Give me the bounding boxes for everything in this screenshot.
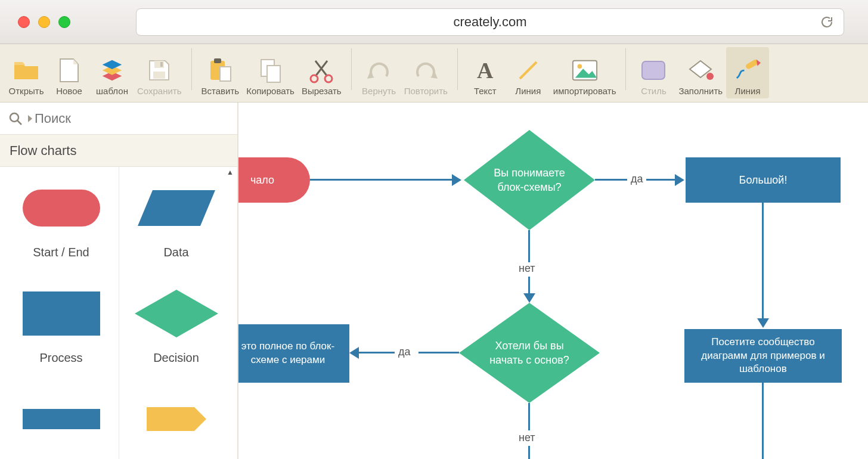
toolbar-separator xyxy=(191,48,192,90)
shape-extra-2[interactable] xyxy=(119,387,234,451)
edge xyxy=(595,179,627,181)
node-text: Большой! xyxy=(739,173,788,187)
shape-sidebar: Flow charts ▲ Start / End Data Process D… xyxy=(0,103,238,459)
node-text: чало xyxy=(250,173,274,187)
template-button[interactable]: шаблон xyxy=(91,47,134,98)
edge xyxy=(528,403,530,430)
toolbar-separator xyxy=(625,48,626,90)
svg-rect-5 xyxy=(153,72,165,79)
text-icon: A xyxy=(472,57,498,83)
redo-label: Повторить xyxy=(404,86,448,96)
arrow-icon xyxy=(523,293,535,303)
edge xyxy=(528,230,530,262)
shape-process[interactable]: Process xyxy=(4,282,119,370)
copy-button[interactable]: Копировать xyxy=(243,47,298,98)
copy-icon xyxy=(258,57,284,83)
arrow-icon xyxy=(349,347,359,359)
paste-label: Вставить xyxy=(202,86,240,96)
shape-label: Start / End xyxy=(33,246,89,259)
close-window-button[interactable] xyxy=(18,16,30,28)
line-button[interactable]: Линия xyxy=(507,47,550,98)
cut-label: Вырезать xyxy=(302,86,342,96)
shape-data[interactable]: Data xyxy=(119,176,234,264)
node-decision-2[interactable]: Хотели бы вы начать с основ? xyxy=(459,303,600,403)
node-guide[interactable]: это полное по блок-схеме с иерами xyxy=(238,324,349,383)
new-button[interactable]: Новое xyxy=(48,47,91,98)
cut-button[interactable]: Вырезать xyxy=(298,47,345,98)
reload-icon[interactable] xyxy=(820,15,834,29)
node-start[interactable]: чало xyxy=(238,157,310,203)
svg-marker-23 xyxy=(757,60,761,66)
svg-point-12 xyxy=(325,75,332,82)
save-label: Сохранить xyxy=(137,86,182,96)
import-button[interactable]: импортировать xyxy=(550,47,620,98)
save-button[interactable]: Сохранить xyxy=(134,47,185,98)
edge xyxy=(528,446,530,459)
style-button[interactable]: Стиль xyxy=(632,47,675,98)
node-text: Посетите сообщество диаграмм для примеро… xyxy=(690,336,836,377)
edge xyxy=(358,352,395,353)
search-row xyxy=(0,103,237,135)
node-text: Хотели бы вы начать с основ? xyxy=(477,339,582,368)
browser-chrome: creately.com xyxy=(0,0,868,44)
undo-label: Вернуть xyxy=(362,86,396,96)
line-icon xyxy=(515,57,541,83)
node-text: Вы понимаете блок-схемы? xyxy=(482,166,577,195)
shape-label: Data xyxy=(163,246,188,259)
edge-label-no: нет xyxy=(519,432,535,444)
svg-line-15 xyxy=(520,62,537,79)
paste-icon xyxy=(207,57,233,83)
main-area: Flow charts ▲ Start / End Data Process D… xyxy=(0,103,868,459)
node-great[interactable]: Большой! xyxy=(686,157,841,203)
fill-icon xyxy=(687,57,714,83)
node-community[interactable]: Посетите сообщество диаграмм для примеро… xyxy=(684,329,842,383)
undo-button[interactable]: Вернуть xyxy=(358,47,401,98)
search-icon[interactable] xyxy=(0,111,31,126)
folder-icon xyxy=(13,57,39,83)
window-controls xyxy=(18,16,70,28)
svg-marker-26 xyxy=(138,190,215,226)
arrow-icon xyxy=(675,174,684,186)
line-style-button[interactable]: Линия xyxy=(726,47,769,98)
style-label: Стиль xyxy=(641,86,666,96)
save-icon xyxy=(146,57,172,83)
svg-rect-19 xyxy=(642,61,665,79)
paste-button[interactable]: Вставить xyxy=(198,47,243,98)
shape-label: Decision xyxy=(153,351,199,365)
new-label: Новое xyxy=(56,86,82,96)
arrow-icon xyxy=(757,318,769,328)
edge xyxy=(418,352,459,353)
line-label: Линия xyxy=(515,86,541,96)
text-button[interactable]: A Текст xyxy=(464,47,507,98)
cut-icon xyxy=(308,57,334,83)
style-icon xyxy=(640,57,666,83)
scroll-up-icon[interactable]: ▲ xyxy=(227,168,234,176)
redo-button[interactable]: Повторить xyxy=(401,47,451,98)
search-input[interactable] xyxy=(31,111,237,126)
redo-icon xyxy=(413,57,439,83)
node-text: это полное по блок-схеме с иерами xyxy=(238,340,343,367)
shape-start-end[interactable]: Start / End xyxy=(4,176,119,264)
import-label: импортировать xyxy=(553,86,616,96)
open-label: Открыть xyxy=(9,86,44,96)
image-icon xyxy=(572,57,598,83)
edge xyxy=(762,203,764,320)
svg-rect-4 xyxy=(160,62,163,67)
fill-button[interactable]: Заполнить xyxy=(675,47,726,98)
shape-decision[interactable]: Decision xyxy=(119,282,234,370)
address-bar[interactable]: creately.com xyxy=(136,8,844,36)
arrow-icon xyxy=(452,174,461,186)
shape-extra-1[interactable] xyxy=(4,387,119,451)
category-header[interactable]: Flow charts xyxy=(0,135,237,167)
toolbar-separator xyxy=(457,48,458,90)
maximize-window-button[interactable] xyxy=(58,16,70,28)
minimize-window-button[interactable] xyxy=(38,16,50,28)
template-label: шаблон xyxy=(96,86,128,96)
node-decision-1[interactable]: Вы понимаете блок-схемы? xyxy=(464,130,595,230)
svg-rect-8 xyxy=(220,67,231,81)
line2-label: Линия xyxy=(735,86,761,96)
open-button[interactable]: Открыть xyxy=(5,47,48,98)
edge xyxy=(528,277,530,294)
svg-line-25 xyxy=(17,120,21,125)
diagram-canvas[interactable]: чало Вы понимаете блок-схемы? да Большой… xyxy=(238,103,868,459)
